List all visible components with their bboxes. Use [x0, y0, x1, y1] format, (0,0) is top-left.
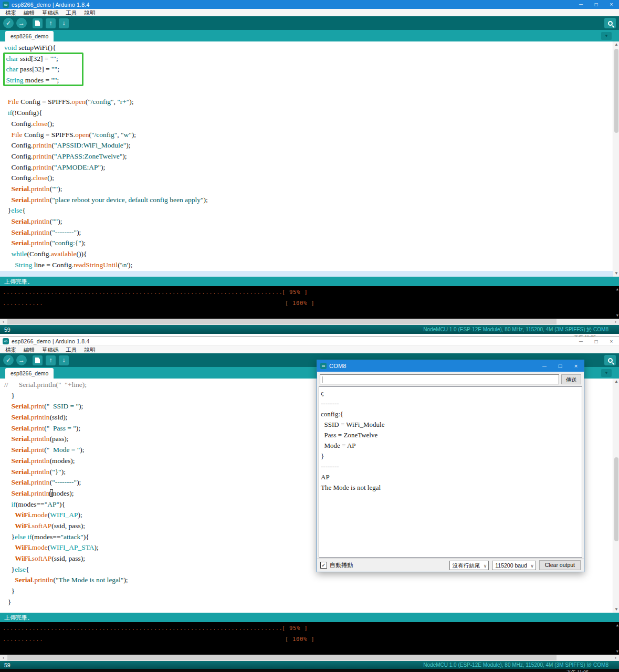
- scroll-right-icon[interactable]: ›: [612, 655, 619, 661]
- new-file-icon: [35, 358, 40, 363]
- menu-help[interactable]: 說明: [81, 9, 99, 16]
- menu-file[interactable]: 檔案: [2, 346, 20, 353]
- new-sketch-button[interactable]: [33, 18, 43, 28]
- board-info: NodeMCU 1.0 (ESP-12E Module), 80 MHz, 11…: [423, 662, 608, 669]
- scroll-down-icon[interactable]: ▼: [613, 606, 619, 613]
- upload-button[interactable]: →: [16, 355, 27, 365]
- hscrollbar-thumb[interactable]: [7, 319, 557, 324]
- save-button[interactable]: ↓: [59, 355, 69, 365]
- progress-label-95: [ 95% ]: [282, 625, 308, 631]
- editor-vertical-scrollbar[interactable]: ▲ ▼: [613, 379, 619, 613]
- verify-button[interactable]: ✓: [3, 355, 14, 365]
- menu-help[interactable]: 說明: [81, 346, 99, 353]
- menu-edit[interactable]: 編輯: [20, 346, 38, 353]
- minimize-button[interactable]: ─: [573, 337, 589, 345]
- close-button[interactable]: ×: [568, 360, 584, 372]
- cursor-line-number: 59: [4, 327, 11, 333]
- titlebar[interactable]: ∞ esp8266_demo | Arduino 1.8.4 ─ □ ×: [0, 337, 619, 346]
- magnifier-icon: [608, 21, 613, 26]
- line-ending-select[interactable]: 沒有行結尾 ∨: [449, 561, 489, 570]
- progress-label-100: [ 100% ]: [285, 300, 314, 306]
- menubar: 檔案 編輯 草稿碼 工具 說明: [0, 346, 619, 353]
- upload-status: 上傳完畢。: [0, 613, 619, 622]
- hscrollbar-thumb[interactable]: [7, 655, 557, 660]
- progress-dots-100: ...........: [3, 300, 43, 306]
- upload-button[interactable]: →: [16, 18, 27, 28]
- maximize-button[interactable]: □: [589, 0, 604, 9]
- scroll-right-icon[interactable]: ›: [612, 319, 619, 325]
- minimize-button[interactable]: ─: [573, 0, 589, 9]
- serial-monitor-titlebar[interactable]: ∞ COM8 ─ □ ×: [317, 360, 584, 372]
- baud-rate-select[interactable]: 115200 baud ∨: [492, 561, 536, 570]
- code-editor[interactable]: void setupWiFi(){ char ssid[32] = ""; ch…: [0, 41, 619, 277]
- scroll-up-icon[interactable]: ▲: [613, 41, 619, 48]
- output-console: ........................................…: [0, 286, 619, 319]
- save-button[interactable]: ↓: [59, 18, 69, 28]
- windows-taskbar: 下午 11:05: [0, 669, 619, 672]
- desktop: ∞ esp8266_demo | Arduino 1.8.4 ─ □ × 檔案 …: [0, 0, 619, 672]
- scroll-up-icon[interactable]: ▲: [613, 379, 619, 385]
- console-scroll-up-icon[interactable]: ▲: [616, 287, 618, 291]
- code-text: void setupWiFi(){ char ssid[32] = ""; ch…: [4, 43, 612, 270]
- tab-esp8266-demo[interactable]: esp8266_demo: [5, 368, 54, 379]
- verify-button[interactable]: ✓: [3, 18, 14, 28]
- horizontal-scrollbar[interactable]: ‹ ›: [0, 319, 619, 325]
- close-button[interactable]: ×: [604, 0, 619, 9]
- new-sketch-button[interactable]: [33, 355, 43, 365]
- progress-label-100: [ 100% ]: [285, 636, 314, 642]
- minimize-button[interactable]: ─: [537, 360, 552, 372]
- serial-monitor-window: ∞ COM8 ─ □ × 傳送 ς--------config:{ SSID =…: [317, 360, 584, 572]
- scroll-down-icon[interactable]: ▼: [613, 270, 619, 277]
- chevron-down-icon: ∨: [530, 562, 534, 570]
- statusbar: 59 NodeMCU 1.0 (ESP-12E Module), 80 MHz,…: [0, 661, 619, 669]
- menu-edit[interactable]: 編輯: [20, 9, 38, 16]
- taskbar-clock: 下午 11:05: [566, 669, 589, 672]
- open-button[interactable]: ↑: [46, 355, 56, 365]
- progress-dots-95: ........................................…: [3, 625, 283, 631]
- maximize-button[interactable]: □: [589, 337, 604, 345]
- output-console: ........................................…: [0, 622, 619, 655]
- toolbar: ✓ → ↑ ↓: [0, 16, 619, 30]
- console-scroll-up-icon[interactable]: ▲: [616, 623, 618, 627]
- tab-esp8266-demo[interactable]: esp8266_demo: [5, 31, 54, 41]
- chevron-down-icon: ∨: [484, 562, 487, 570]
- scroll-left-icon[interactable]: ‹: [0, 319, 7, 325]
- autoscroll-checkbox[interactable]: ✓: [320, 562, 327, 569]
- arduino-logo-icon: ∞: [3, 2, 9, 8]
- menu-sketch[interactable]: 草稿碼: [38, 9, 62, 16]
- maximize-button[interactable]: □: [552, 360, 568, 372]
- progress-dots-95: ........................................…: [3, 289, 283, 295]
- menu-sketch[interactable]: 草稿碼: [38, 346, 62, 353]
- open-button[interactable]: ↑: [46, 18, 56, 28]
- horizontal-scrollbar[interactable]: ‹ ›: [0, 655, 619, 661]
- ide-window-top: ∞ esp8266_demo | Arduino 1.8.4 ─ □ × 檔案 …: [0, 0, 619, 334]
- scrollbar-thumb[interactable]: [614, 49, 618, 133]
- cursor-line-number: 59: [4, 662, 11, 668]
- menu-tools[interactable]: 工具: [62, 346, 81, 353]
- close-button[interactable]: ×: [604, 337, 619, 345]
- console-scroll-down-icon[interactable]: ▼: [616, 313, 618, 318]
- serial-send-input[interactable]: [320, 374, 559, 384]
- text-cursor: [322, 376, 322, 383]
- serial-monitor-button[interactable]: [604, 355, 616, 365]
- console-scroll-down-icon[interactable]: ▼: [616, 649, 618, 654]
- menu-tools[interactable]: 工具: [62, 9, 81, 16]
- serial-output[interactable]: ς--------config:{ SSID = WiFi_Module Pas…: [319, 386, 582, 558]
- progress-dots-100: ...........: [3, 636, 43, 642]
- statusbar: 59 NodeMCU 1.0 (ESP-12E Module), 80 MHz,…: [0, 325, 619, 334]
- titlebar[interactable]: ∞ esp8266_demo | Arduino 1.8.4 ─ □ ×: [0, 0, 619, 9]
- menu-file[interactable]: 檔案: [2, 9, 20, 16]
- scrollbar-thumb[interactable]: [614, 457, 618, 541]
- menubar: 檔案 編輯 草稿碼 工具 說明: [0, 9, 619, 16]
- scroll-left-icon[interactable]: ‹: [0, 655, 7, 661]
- tabbar: esp8266_demo ▾: [0, 30, 619, 41]
- current-line-highlight: [0, 271, 613, 277]
- tab-dropdown-button[interactable]: ▾: [601, 32, 612, 40]
- progress-label-95: [ 95% ]: [282, 289, 308, 295]
- tab-dropdown-button[interactable]: ▾: [601, 369, 612, 377]
- serial-monitor-button[interactable]: [604, 18, 616, 28]
- clear-output-button[interactable]: Clear output: [539, 560, 581, 570]
- send-button[interactable]: 傳送: [561, 374, 581, 384]
- editor-vertical-scrollbar[interactable]: ▲ ▼: [613, 41, 619, 277]
- serial-monitor-title: COM8: [329, 363, 347, 369]
